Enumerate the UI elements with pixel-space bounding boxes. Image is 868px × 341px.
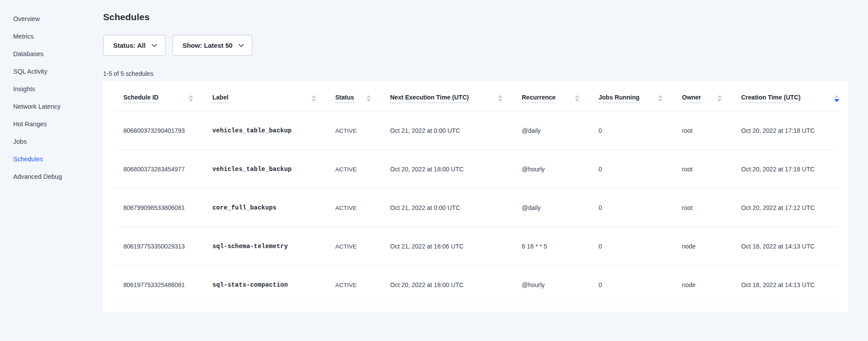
sort-arrows-icon[interactable] — [575, 95, 579, 102]
status-filter-label: Status: All — [113, 42, 146, 49]
cell-label: vehicles_table_backup — [202, 111, 325, 150]
sort-down-icon — [834, 99, 839, 102]
column-header-label: Owner — [682, 94, 701, 103]
cell-status: ACTIVE — [325, 227, 380, 266]
cell-label: core_full_backups — [202, 188, 325, 227]
cell-creation-time: Oct 18, 2022 at 14:13 UTC — [731, 227, 848, 266]
cell-recurrence: 6 16 * * 5 — [511, 227, 588, 266]
cell-label: sql-stats-compaction — [202, 266, 325, 304]
column-header-label: Schedule ID — [123, 94, 158, 103]
sort-down-icon — [366, 99, 371, 102]
cell-status: ACTIVE — [325, 266, 380, 304]
table-row: 806799098533806081 core_full_backups ACT… — [103, 188, 848, 227]
sidebar-item-advanced-debug[interactable]: Advanced Debug — [0, 168, 103, 185]
sort-down-icon — [312, 99, 316, 102]
sort-up-icon — [575, 95, 579, 98]
cell-jobs-running: 0 — [588, 227, 671, 266]
sidebar-item-metrics[interactable]: Metrics — [0, 28, 103, 45]
sidebar-item-sql-activity[interactable]: SQL Activity — [0, 63, 103, 80]
cell-next-execution-time: Oct 21, 2022 at 16:06 UTC — [380, 227, 511, 266]
sort-arrows-icon[interactable] — [498, 95, 502, 102]
cell-jobs-running: 0 — [588, 150, 671, 188]
sidebar-item-overview[interactable]: Overview — [0, 10, 103, 28]
sort-down-icon — [575, 99, 579, 102]
table-row: 806197753325486081 sql-stats-compaction … — [103, 266, 848, 304]
cell-label: vehicles_table_backup — [202, 150, 325, 188]
sort-arrows-icon[interactable] — [312, 95, 316, 102]
cell-owner: node — [671, 227, 731, 266]
column-header-label: Status — [335, 94, 354, 103]
sidebar-item-databases[interactable]: Databases — [0, 45, 103, 63]
cell-recurrence: @hourly — [511, 150, 588, 188]
filters-bar: Status: All Show: Latest 50 — [103, 35, 848, 56]
status-filter-dropdown[interactable]: Status: All — [103, 35, 165, 56]
cell-schedule-id: 806800373283454977 — [103, 150, 202, 188]
column-header-schedule-id[interactable]: Schedule ID — [103, 81, 202, 111]
cell-owner: root — [671, 188, 731, 227]
table-row: 806197753350029313 sql-schema-telemetry … — [103, 227, 848, 266]
column-header-creation-time[interactable]: Creation Time (UTC) — [731, 81, 848, 111]
sort-arrows-icon[interactable] — [658, 95, 663, 102]
column-header-label: Recurrence — [522, 94, 556, 103]
cell-creation-time: Oct 20, 2022 at 17:18 UTC — [731, 150, 848, 188]
cell-owner: root — [671, 150, 731, 188]
column-header-recurrence[interactable]: Recurrence — [511, 81, 588, 111]
chevron-down-icon — [238, 42, 244, 47]
sidebar-item-insights[interactable]: Insights — [0, 80, 103, 98]
column-header-jobs-running[interactable]: Jobs Running — [588, 81, 671, 111]
cell-next-execution-time: Oct 20, 2022 at 18:00 UTC — [380, 266, 511, 304]
show-filter-label: Show: Latest 50 — [183, 42, 233, 49]
cell-owner: node — [671, 266, 731, 304]
sidebar-nav: OverviewMetricsDatabasesSQL ActivityInsi… — [0, 0, 103, 341]
cell-creation-time: Oct 20, 2022 at 17:18 UTC — [731, 111, 848, 150]
column-header-status[interactable]: Status — [325, 81, 380, 111]
sort-arrows-icon[interactable] — [717, 95, 722, 102]
cell-recurrence: @daily — [511, 188, 588, 227]
cell-recurrence: @hourly — [511, 266, 588, 304]
sort-down-icon — [498, 99, 502, 102]
cell-owner: root — [671, 111, 731, 150]
sort-up-icon — [498, 95, 502, 98]
column-header-label: Creation Time (UTC) — [741, 94, 800, 103]
cell-schedule-id: 806799098533806081 — [103, 188, 202, 227]
column-header-next-execution-time[interactable]: Next Execution Time (UTC) — [380, 81, 511, 111]
sidebar-item-jobs[interactable]: Jobs — [0, 133, 103, 150]
sidebar-item-network-latency[interactable]: Network Latency — [0, 98, 103, 115]
sort-arrows-icon[interactable] — [834, 95, 839, 102]
results-count: 1-5 of 5 schedules — [103, 70, 848, 77]
column-header-owner[interactable]: Owner — [671, 81, 731, 111]
column-header-label: Label — [212, 94, 229, 103]
sort-up-icon — [189, 95, 193, 98]
table-header-row: Schedule ID Label Status Next Execution … — [103, 81, 848, 111]
cell-creation-time: Oct 20, 2022 at 17:12 UTC — [731, 188, 848, 227]
cell-schedule-id: 806197753325486081 — [103, 266, 202, 304]
cell-status: ACTIVE — [325, 150, 380, 188]
cell-label: sql-schema-telemetry — [202, 227, 325, 266]
cell-recurrence: @daily — [511, 111, 588, 150]
sort-up-icon — [658, 95, 663, 98]
sort-down-icon — [658, 99, 663, 102]
cell-schedule-id: 806800373290401793 — [103, 111, 202, 150]
show-filter-dropdown[interactable]: Show: Latest 50 — [172, 35, 252, 56]
sort-up-icon — [717, 95, 722, 98]
cell-status: ACTIVE — [325, 111, 380, 150]
sort-arrows-icon[interactable] — [189, 95, 193, 102]
cell-jobs-running: 0 — [588, 111, 671, 150]
table-row: 806800373283454977 vehicles_table_backup… — [103, 150, 848, 188]
sidebar-item-schedules[interactable]: Schedules — [0, 150, 103, 168]
chevron-down-icon — [151, 42, 157, 47]
table-body: 806800373290401793 vehicles_table_backup… — [103, 111, 848, 304]
cell-schedule-id: 806197753350029313 — [103, 227, 202, 266]
column-header-label[interactable]: Label — [202, 81, 325, 111]
schedules-table-card: Schedule ID Label Status Next Execution … — [103, 81, 848, 313]
sort-down-icon — [189, 99, 193, 102]
sort-up-icon — [834, 95, 839, 98]
table-row: 806800373290401793 vehicles_table_backup… — [103, 111, 848, 150]
sort-arrows-icon[interactable] — [366, 95, 371, 102]
page-title: Schedules — [103, 12, 848, 22]
sidebar-item-hot-ranges[interactable]: Hot Ranges — [0, 115, 103, 133]
cell-next-execution-time: Oct 21, 2022 at 0:00 UTC — [380, 111, 511, 150]
column-header-label: Jobs Running — [599, 94, 639, 103]
cell-next-execution-time: Oct 20, 2022 at 18:00 UTC — [380, 150, 511, 188]
cell-creation-time: Oct 18, 2022 at 14:13 UTC — [731, 266, 848, 304]
